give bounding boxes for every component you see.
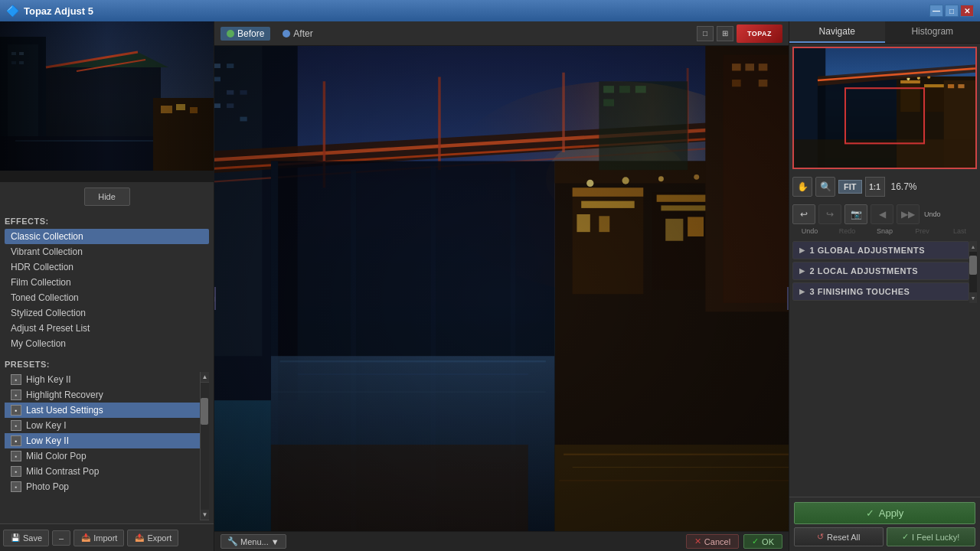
presets-list: ▪ High Key II ▪ Highlight Recovery ▪ Las…	[5, 372, 200, 494]
undo-button[interactable]: ↩	[792, 204, 815, 224]
export-button[interactable]: 📤 Export	[127, 530, 178, 546]
collapse-right-button[interactable]: ▶	[787, 287, 789, 310]
left-panel: Hide EFFECTS: Classic Collection Vibrant…	[0, 21, 214, 551]
import-icon: 📥	[80, 533, 91, 543]
reset-lucky-row: ↺ Reset All ✓ I Feel Lucky!	[794, 527, 975, 546]
scroll-track	[201, 383, 209, 510]
effects-item-classic[interactable]: Classic Collection	[5, 229, 209, 244]
effects-item-adjust4[interactable]: Adjust 4 Preset List	[5, 321, 209, 336]
split-view-button[interactable]: ⊞	[717, 26, 733, 41]
app-icon: 🔷	[6, 5, 19, 17]
dash-label: –	[59, 533, 64, 543]
collapse-left-button[interactable]: ◀	[214, 287, 216, 310]
nav-preview[interactable]	[792, 47, 977, 169]
maximize-button[interactable]: □	[945, 5, 959, 17]
after-button[interactable]: After	[276, 27, 318, 41]
preset-item-photopop[interactable]: ▪ Photo Pop	[5, 479, 200, 494]
tab-histogram[interactable]: Histogram	[885, 21, 981, 43]
ok-button[interactable]: ✓ OK	[743, 534, 782, 549]
view-toolbar: Before After □ ⊞ TOPAZ	[214, 21, 789, 46]
presets-scroll-area: ▪ High Key II ▪ Highlight Recovery ▪ Las…	[5, 372, 209, 520]
lucky-button[interactable]: ✓ I Feel Lucky!	[887, 527, 976, 546]
preset-item-mildcolor[interactable]: ▪ Mild Color Pop	[5, 448, 200, 464]
presets-scrollbar[interactable]: ▲ ▼	[200, 372, 209, 520]
snap-button[interactable]: 📷	[844, 204, 867, 224]
effects-item-my[interactable]: My Collection	[5, 336, 209, 351]
bottom-toolbar: 💾 Save – 📥 Import 📤 Export	[0, 523, 214, 551]
menu-arrow-icon: ▼	[271, 537, 279, 546]
preset-icon: ▪	[11, 435, 21, 446]
minimize-button[interactable]: —	[929, 5, 943, 17]
save-icon: 💾	[10, 533, 21, 543]
menu-button[interactable]: 🔧 Menu... ▼	[220, 534, 286, 549]
adj-scroll-track	[969, 252, 977, 292]
effects-item-toned[interactable]: Toned Collection	[5, 290, 209, 305]
preset-item-highkey2[interactable]: ▪ High Key II	[5, 372, 200, 387]
prev-icon: ◀	[879, 209, 886, 220]
titlebar-controls[interactable]: — □ ✕	[929, 5, 974, 17]
undo-icon: ↩	[800, 209, 808, 220]
right-bottom: ✓ Apply ↺ Reset All ✓ I Feel Lucky!	[789, 497, 980, 551]
svg-rect-103	[948, 84, 954, 88]
reset-all-button[interactable]: ↺ Reset All	[794, 527, 884, 546]
scroll-down-button[interactable]: ▼	[201, 510, 209, 520]
hide-button[interactable]: Hide	[84, 187, 130, 206]
effects-item-vibrant[interactable]: Vibrant Collection	[5, 244, 209, 259]
zoom-actual-button[interactable]: 1:1	[865, 177, 885, 197]
zoom-fit-button[interactable]: FIT	[838, 180, 862, 194]
svg-rect-90	[214, 46, 789, 551]
adj-scroll-thumb	[969, 256, 977, 275]
zoom-hand-button[interactable]: ✋	[792, 177, 812, 197]
prev-text: Prev	[911, 227, 934, 235]
zoom-in-button[interactable]: 🔍	[815, 177, 835, 197]
last-text: Last	[949, 227, 972, 235]
preset-icon: ▪	[11, 466, 21, 477]
close-button[interactable]: ✕	[960, 5, 974, 17]
apply-button[interactable]: ✓ Apply	[794, 502, 975, 524]
cancel-button[interactable]: ✕ Cancel	[686, 534, 739, 549]
effects-item-hdr[interactable]: HDR Collection	[5, 259, 209, 275]
effects-item-stylized[interactable]: Stylized Collection	[5, 305, 209, 321]
nav-controls: ✋ 🔍 FIT 1:1 16.7%	[789, 172, 980, 201]
preset-item-highlight[interactable]: ▪ Highlight Recovery	[5, 387, 200, 403]
presets-scroll-content[interactable]: ▪ High Key II ▪ Highlight Recovery ▪ Las…	[5, 372, 200, 520]
adj-scroll-up[interactable]: ▲	[969, 241, 977, 252]
preset-item-lastused[interactable]: ▪ Last Used Settings	[5, 403, 200, 418]
redo-icon: ↪	[826, 209, 834, 220]
section-local-adjustments[interactable]: ▶ 2 LOCAL ADJUSTMENTS	[792, 262, 969, 280]
dash-button[interactable]: –	[52, 530, 70, 546]
import-label: Import	[93, 533, 117, 543]
preset-item-mildcontrast[interactable]: ▪ Mild Contrast Pop	[5, 464, 200, 479]
prev-button[interactable]: ◀	[871, 204, 893, 224]
local-adj-header[interactable]: ▶ 2 LOCAL ADJUSTMENTS	[793, 262, 969, 279]
preset-item-lowkey2[interactable]: ▪ Low Key II	[5, 433, 200, 448]
last-button[interactable]: ▶▶	[897, 204, 920, 224]
global-adj-header[interactable]: ▶ 1 GLOBAL ADJUSTMENTS	[793, 242, 969, 259]
preset-label: Mild Color Pop	[26, 451, 87, 461]
before-label: Before	[237, 28, 264, 39]
tab-navigate[interactable]: Navigate	[789, 21, 885, 43]
scroll-up-button[interactable]: ▲	[201, 372, 209, 383]
undo-text: Undo	[799, 227, 822, 235]
redo-button[interactable]: ↪	[818, 204, 841, 224]
ok-icon: ✓	[752, 536, 759, 546]
save-label: Save	[23, 533, 42, 543]
import-button[interactable]: 📥 Import	[74, 530, 124, 546]
section-global-adjustments[interactable]: ▶ 1 GLOBAL ADJUSTMENTS	[792, 241, 969, 259]
preset-icon: ▪	[11, 374, 21, 385]
section1-arrow: ▶	[799, 246, 805, 254]
apply-label: Apply	[879, 507, 904, 519]
tools-icon: 🔧	[227, 536, 238, 546]
adj-scrollbar[interactable]: ▲ ▼	[969, 241, 977, 303]
adj-scroll-down[interactable]: ▼	[969, 292, 977, 303]
effects-item-film[interactable]: Film Collection	[5, 275, 209, 290]
image-view[interactable]: ◀ ▶	[214, 46, 789, 551]
before-button[interactable]: Before	[220, 27, 270, 41]
single-view-button[interactable]: □	[697, 26, 714, 41]
finishing-header[interactable]: ▶ 3 FINISHING TOUCHES	[793, 283, 969, 300]
cancel-label: Cancel	[704, 537, 730, 546]
before-dot	[227, 30, 234, 37]
section-finishing-touches[interactable]: ▶ 3 FINISHING TOUCHES	[792, 282, 969, 301]
save-button[interactable]: 💾 Save	[3, 530, 49, 546]
preset-item-lowkey1[interactable]: ▪ Low Key I	[5, 418, 200, 433]
